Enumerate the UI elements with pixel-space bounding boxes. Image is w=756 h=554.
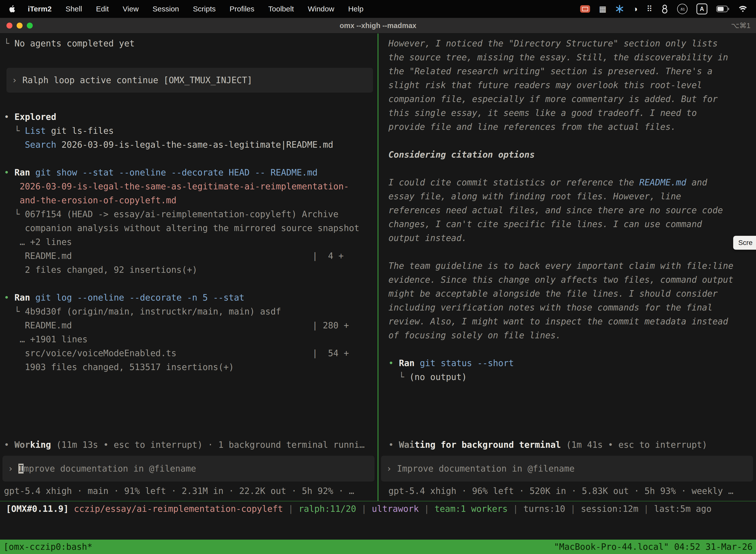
gauge-icon[interactable]: .61 [677,4,688,14]
menu-item-window[interactable]: Window [308,5,334,13]
text-segment: references need actual files, and since … [388,205,723,215]
right-pane: However, I noticed the "Directory Struct… [378,34,756,501]
menu-item-help[interactable]: Help [348,5,364,13]
text-segment: evidence. Since this change only affects… [388,275,734,285]
right-model-status: gpt-5.4 xhigh · 96% left · 520K in · 5.8… [378,484,756,499]
apple-menu[interactable] [8,4,16,14]
inline-notice-box[interactable]: › Ralph loop active continue [OMX_TMUX_I… [6,68,373,93]
terminal-line [4,152,376,166]
terminal-line: … +1901 lines [4,332,376,346]
terminal-line: and-the-erosion-of-copyleft.md [4,193,376,207]
terminal-line: └ 4b9d30f (origin/main, instructkr/main,… [4,304,376,319]
menu-item-edit[interactable]: Edit [96,5,109,13]
title-bar[interactable]: omx --xhigh --madmax ⌥⌘1 [0,18,756,34]
text-segment: changes, I can't cite specific file line… [388,219,702,229]
terminal-line: including verification notes with those … [388,300,755,315]
terminal-line: … +2 lines [4,235,376,249]
terminal-line [4,50,376,64]
dots-grid-icon[interactable]: ⠿ [647,5,652,13]
menu-item-view[interactable]: View [123,5,139,13]
battery-icon[interactable] [716,5,729,12]
text-segment: (11m 13s • esc to interrupt) · 1 backgro… [51,440,365,450]
text-segment: • [4,440,14,450]
terminal-line: └ 067f154 (HEAD -> essay/ai-reimplementa… [4,207,376,221]
text-segment: • [388,358,399,368]
text-segment: including verification notes with those … [388,302,712,313]
text-segment: src/voice/voiceModeEnabled.ts | 54 + [4,348,349,358]
text-segment: provide file and line references from th… [388,122,676,132]
text-segment: › [12,75,22,85]
terminal-line: Search 2026-03-09-is-legal-the-same-as-l… [4,138,376,152]
terminal-line: └ No agents completed yet [4,37,376,50]
terminal-line: slight risk that future readers may over… [388,78,755,92]
terminal-line: 1903 files changed, 513517 insertions(+) [4,360,376,374]
figure-eight-icon[interactable] [661,4,668,13]
terminal-line: of focusing solely on file lines. [388,328,755,342]
text-segment: git ls-files [46,126,114,136]
text-segment: No agents completed yet [14,39,135,48]
zoom-button[interactable] [27,22,33,29]
text-segment: of focusing solely on file lines. [388,330,561,340]
terminal-line: references need actual files, and since … [388,203,755,217]
text-segment: • [4,168,14,177]
close-button[interactable] [6,22,12,29]
text-segment: Ran [399,358,415,368]
text-segment: 2026-03-09-is-legal-the-same-as-legitima… [4,181,349,191]
text-segment: Improve documentation in @filename [397,464,574,474]
terminal-line: might be acceptable alongside the file l… [388,287,755,300]
text-segment: [OMX#0.11.9] [6,504,74,514]
text-segment: | [356,504,372,514]
menu-item-scripts[interactable]: Scripts [193,5,216,13]
menu-item-shell[interactable]: Shell [65,5,82,13]
asterisk-icon[interactable] [615,5,624,13]
terminal-line: the "Related research writing" section i… [388,64,755,78]
text-segment: the "Related research writing" section i… [388,66,712,76]
text-segment: and-the-erosion-of-copyleft.md [4,195,176,205]
text-segment: session:12m [581,504,638,514]
menu-item-iterm2[interactable]: iTerm2 [28,5,52,13]
text-segment: Ralph loop active continue [OMX_TMUX_INJ… [22,75,252,85]
traffic-lights [0,22,33,29]
text-segment: I could cite commit statistics or refere… [388,177,639,187]
text-segment: 1903 files changed, 513517 insertions(+) [4,362,234,372]
terminal-line: companion file, especially if more comme… [388,92,755,106]
terminal-line: essay file, along with finding root file… [388,189,755,203]
menu-item-profiles[interactable]: Profiles [230,5,254,13]
tmux-status-bar: [omx-cczip0:bash* "MacBook-Pro-44.local"… [0,540,756,554]
grid-icon[interactable]: ▦ [599,5,607,13]
terminal-line: I could cite commit statistics or refere… [388,175,755,189]
apple-icon [8,4,16,14]
terminal-line [388,342,755,356]
menu-item-session[interactable]: Session [152,5,179,13]
terminal-line: provide file and line references from th… [388,120,755,134]
terminal-line: output instead. [388,231,755,245]
text-segment: 2 files changed, 92 insertions(+) [4,265,197,275]
text-segment: › [8,464,18,474]
text-segment: king [30,440,51,450]
menu-item-toolbelt[interactable]: Toolbelt [268,5,294,13]
terminal-line: src/voice/voiceModeEnabled.ts | 54 + [4,346,376,360]
terminal-line: 2026-03-09-is-legal-the-same-as-legitima… [4,179,376,193]
left-pane: └ No agents completed yet › Ralph loop a… [0,34,378,501]
terminal-line: README.md | 280 + [4,319,376,332]
terminal-line [4,277,376,291]
text-segment: README.md [639,177,686,187]
terminal-line [388,162,755,175]
left-prompt-input[interactable]: › Improve documentation in @filename [2,456,375,482]
text-segment: essay file, along with finding root file… [388,191,681,201]
minimize-button[interactable] [17,22,22,29]
text-segment: this single essay, it seems like a good … [388,108,697,118]
text-segment: ultrawork [372,504,419,514]
terminal-line [4,96,376,110]
text-segment: companion file, especially if more comme… [388,94,718,104]
wifi-icon[interactable] [738,5,748,13]
terminal-line: companion analysis without altering the … [4,221,376,235]
half-circle-icon[interactable]: ◑ [633,5,637,13]
right-prompt-input[interactable]: › Improve documentation in @filename [381,456,753,482]
text-segment: git status --short [415,358,514,368]
text-segment: turns:10 [523,504,565,514]
terminal-line: • Ran git show --stat --oneline --decora… [4,166,376,179]
screen-recording-indicator[interactable] [580,5,590,13]
input-source-badge[interactable]: A [696,3,707,14]
screen-edge-button[interactable]: Scre [733,236,756,250]
